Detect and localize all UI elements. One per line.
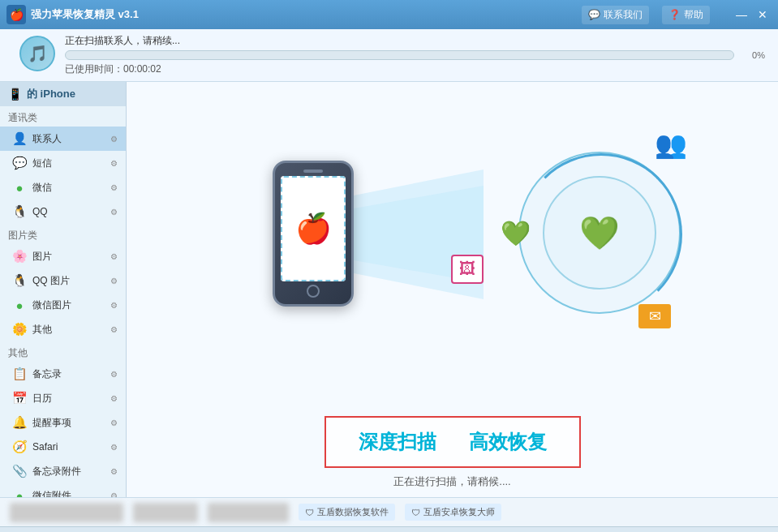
contact-icon: 💬: [588, 9, 600, 20]
photo-float-icon: 🖼: [451, 255, 484, 284]
section-photos-label: 图片类: [0, 224, 126, 244]
notepad-attach-label: 备忘录附件: [32, 465, 105, 478]
loading-indicator-safari: ⚙: [110, 443, 118, 452]
loading-indicator-wechat-attach: ⚙: [110, 491, 118, 498]
notepad-attach-icon: 📎: [11, 463, 28, 479]
loading-indicator-qq: ⚙: [110, 208, 118, 217]
shield-icon-2: 🛡: [411, 508, 420, 517]
minimize-button[interactable]: —: [733, 6, 750, 24]
contacts-label: 联系人: [32, 132, 105, 146]
sidebar-item-other-photos[interactable]: 🌼 其他 ⚙: [0, 317, 126, 341]
photos-label: 图片: [32, 250, 105, 264]
section-other-label: 其他: [0, 341, 126, 362]
notes-label: 备忘录: [32, 367, 105, 381]
section-contacts-label: 通讯类: [0, 106, 126, 127]
reminders-label: 提醒事项: [32, 416, 105, 430]
scan-bar: 🎵 正在扫描联系人，请稍续... 0% 已使用时间：00:00:02: [0, 29, 778, 82]
ad-item-hd-data[interactable]: 🛡 互盾数据恢复软件: [299, 504, 395, 521]
device-icon: 📱: [8, 88, 22, 101]
sidebar-item-notepad-attach[interactable]: 📎 备忘录附件 ⚙: [0, 459, 126, 483]
sidebar-item-wechat[interactable]: ● 微信 ⚙: [0, 175, 126, 200]
close-button[interactable]: ✕: [754, 6, 772, 24]
sidebar-item-qq[interactable]: 🐧 QQ ⚙: [0, 200, 126, 224]
loading-indicator-wechat: ⚙: [110, 183, 118, 192]
help-icon: ❓: [668, 9, 681, 20]
contacts-icon: 👤: [11, 131, 28, 147]
phone-apple-icon: 🍎: [295, 212, 332, 246]
loading-indicator-notepad: ⚙: [110, 467, 118, 476]
progress-wrap: 0%: [65, 50, 765, 60]
ad-bar: 🛡 互盾数据恢复软件 🛡 互盾安卓恢复大师: [0, 497, 778, 526]
ad-blurred-3: [208, 503, 289, 522]
sidebar-item-calendar[interactable]: 📅 日历 ⚙: [0, 386, 126, 410]
main-layout: 📱 的 iPhone 通讯类 👤 联系人 ⚙ 💬 短信 ⚙ ● 微信 ⚙ 🐧 Q…: [0, 82, 778, 497]
sidebar-item-photos[interactable]: 🌸 图片 ⚙: [0, 244, 126, 268]
wechat-icon: ●: [11, 179, 28, 195]
photos-icon: 🌸: [11, 248, 28, 264]
progress-bar: [65, 50, 734, 60]
safari-icon: 🧭: [11, 439, 28, 455]
time-used: 已使用时间：00:00:02: [65, 62, 765, 76]
notes-icon: 📋: [11, 366, 28, 382]
tech-outer-ring: 💚 👥 💚 ✉: [518, 152, 681, 314]
sms-icon: 💬: [11, 155, 28, 171]
reminders-icon: 🔔: [11, 414, 28, 431]
progress-percent: 0%: [741, 50, 765, 60]
deep-scan-label: 深度扫描: [359, 429, 436, 455]
phone-body: 🍎: [273, 161, 354, 307]
wechat-photos-label: 微信图片: [32, 298, 105, 312]
app-icon: 🍎: [6, 5, 26, 24]
wechat-attach-icon: ●: [11, 487, 28, 497]
wechat-float-icon: 💚: [501, 219, 531, 247]
ad-blurred-1: [10, 503, 123, 522]
wechat-label: 微信: [32, 181, 105, 195]
sidebar-item-reminders[interactable]: 🔔 提醒事项 ⚙: [0, 410, 126, 435]
other-photos-label: 其他: [32, 323, 105, 337]
title-bar: 🍎 强力苹果恢复精灵 v3.1 💬 联系我们 ❓ 帮助 — ✕: [0, 0, 778, 29]
title-actions: 💬 联系我们 ❓ 帮助 — ✕: [582, 6, 772, 24]
email-float-icon: ✉: [638, 304, 671, 328]
device-header: 📱 的 iPhone: [0, 82, 126, 106]
loading-indicator-wechat-photos: ⚙: [110, 301, 118, 310]
sidebar-item-safari[interactable]: 🧭 Safari ⚙: [0, 435, 126, 459]
loading-indicator-reminders: ⚙: [110, 418, 118, 427]
sidebar-item-wechat-attach[interactable]: ● 微信附件 ⚙: [0, 483, 126, 497]
sidebar-item-notes[interactable]: 📋 备忘录 ⚙: [0, 362, 126, 386]
qq-icon: 🐧: [11, 204, 28, 220]
safari-label: Safari: [32, 441, 105, 453]
phone-speaker: [303, 169, 323, 173]
sidebar-item-contacts[interactable]: 👤 联系人 ⚙: [0, 127, 126, 151]
deep-scan-box: 深度扫描 高效恢复: [325, 416, 581, 468]
tech-inner-ring: 💚: [543, 176, 656, 290]
loading-indicator-qq-photos: ⚙: [110, 277, 118, 285]
scan-icon: 🎵: [19, 36, 55, 71]
qq-photos-icon: 🐧: [11, 272, 28, 289]
qq-photos-label: QQ 图片: [32, 274, 105, 288]
sms-label: 短信: [32, 157, 105, 170]
sidebar-item-wechat-photos[interactable]: ● 微信图片 ⚙: [0, 293, 126, 317]
sidebar: 📱 的 iPhone 通讯类 👤 联系人 ⚙ 💬 短信 ⚙ ● 微信 ⚙ 🐧 Q…: [0, 82, 127, 497]
loading-indicator-sms: ⚙: [110, 159, 118, 168]
phone-home-button: [307, 285, 320, 298]
wechat-center-icon: 💚: [579, 214, 620, 252]
sidebar-item-qq-photos[interactable]: 🐧 QQ 图片 ⚙: [0, 268, 126, 293]
wechat-photos-icon: ●: [11, 297, 28, 313]
phone-screen: 🍎: [281, 176, 346, 281]
loading-indicator-photos: ⚙: [110, 252, 118, 261]
shield-icon-1: 🛡: [305, 508, 314, 517]
calendar-label: 日历: [32, 392, 105, 405]
help-button[interactable]: ❓ 帮助: [662, 6, 710, 24]
phone-illustration: 🍎: [273, 161, 354, 307]
loading-indicator-notes: ⚙: [110, 370, 118, 379]
other-photos-icon: 🌼: [11, 321, 28, 337]
loading-indicator-other: ⚙: [110, 325, 118, 334]
sidebar-item-sms[interactable]: 💬 短信 ⚙: [0, 151, 126, 175]
app-title: 强力苹果恢复精灵 v3.1: [31, 7, 582, 22]
window-controls: — ✕: [733, 6, 772, 24]
contact-us-button[interactable]: 💬 联系我们: [582, 6, 649, 24]
ad-blurred-2: [133, 503, 198, 522]
ad-item-hd-android[interactable]: 🛡 互盾安卓恢复大师: [405, 504, 501, 521]
bottom-bar: 返回主界面 导出选中记录 导河南龙网: [0, 526, 778, 532]
device-name: 的 iPhone: [27, 87, 75, 101]
wechat-attach-label: 微信附件: [32, 489, 105, 498]
